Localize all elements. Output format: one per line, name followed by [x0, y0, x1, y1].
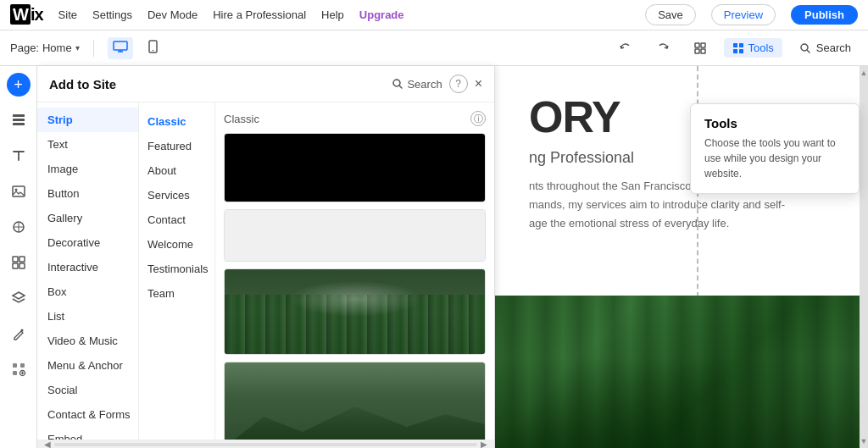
- nav-help[interactable]: Help: [321, 8, 344, 21]
- nav-upgrade[interactable]: Upgrade: [359, 8, 404, 21]
- second-nav: Page: Home ▾ Tools Search: [0, 30, 868, 66]
- svg-point-11: [801, 44, 808, 51]
- sub-team[interactable]: Team: [139, 281, 214, 306]
- nav-divider: [93, 40, 94, 57]
- media-icon-button[interactable]: [3, 176, 34, 207]
- panel-help-button[interactable]: ?: [449, 75, 468, 93]
- undo-button[interactable]: [612, 38, 639, 58]
- category-strip[interactable]: Strip: [37, 108, 138, 132]
- svg-rect-25: [13, 371, 17, 375]
- category-social[interactable]: Social: [37, 378, 138, 402]
- category-list[interactable]: List: [37, 304, 138, 329]
- svg-rect-14: [13, 123, 25, 125]
- text-icon-button[interactable]: [3, 141, 34, 171]
- section-header: Classic ⓘ: [224, 111, 486, 126]
- template-preview-gray: [225, 210, 485, 261]
- sub-welcome[interactable]: Welcome: [139, 232, 214, 257]
- sub-contact[interactable]: Contact: [139, 207, 214, 232]
- svg-rect-15: [13, 186, 25, 196]
- paint-icon-button[interactable]: [3, 318, 34, 349]
- add-element-button[interactable]: +: [7, 73, 31, 97]
- template-preview-black: [225, 134, 485, 202]
- fit-screen-button[interactable]: [687, 38, 714, 58]
- category-menu-anchor[interactable]: Menu & Anchor: [37, 353, 138, 378]
- tools-tooltip-title: Tools: [704, 116, 845, 130]
- nav-settings[interactable]: Settings: [92, 8, 132, 21]
- svg-rect-18: [13, 257, 18, 262]
- sub-classic[interactable]: Classic: [139, 109, 214, 134]
- svg-rect-5: [695, 49, 699, 53]
- template-card-2[interactable]: [224, 209, 486, 262]
- left-sidebar: +: [0, 66, 37, 448]
- categories-list: Strip Text Image Button Gallery Decorati…: [37, 102, 139, 440]
- nav-hire[interactable]: Hire a Professional: [213, 8, 306, 21]
- page-selector[interactable]: Page: Home ▾: [10, 41, 80, 54]
- preview-button[interactable]: Preview: [711, 4, 776, 25]
- sub-about[interactable]: About: [139, 158, 214, 183]
- category-decorative[interactable]: Decorative: [37, 230, 138, 255]
- svg-point-16: [14, 189, 17, 191]
- tools-tooltip-text: Choose the tools you want to use while y…: [704, 136, 845, 181]
- svg-rect-0: [114, 41, 127, 50]
- category-embed[interactable]: Embed: [37, 427, 138, 440]
- panel-search-label: Search: [407, 78, 442, 91]
- sub-featured[interactable]: Featured: [139, 134, 214, 158]
- scroll-up-arrow[interactable]: ▲: [858, 66, 868, 80]
- desktop-view-button[interactable]: [108, 37, 133, 59]
- template-card-1[interactable]: [224, 133, 486, 202]
- panel-scroll-bar[interactable]: ◀ ▶: [37, 440, 494, 448]
- category-contact-forms[interactable]: Contact & Forms: [37, 402, 138, 427]
- mobile-view-button[interactable]: [143, 36, 163, 60]
- canvas-subtitle: ng Professional: [529, 149, 634, 167]
- info-icon[interactable]: ⓘ: [470, 111, 486, 126]
- chevron-down-icon: ▾: [75, 43, 80, 53]
- svg-rect-4: [701, 43, 705, 47]
- svg-point-27: [393, 80, 400, 86]
- canvas-title: ORY: [529, 91, 620, 142]
- svg-rect-20: [13, 263, 18, 268]
- save-button[interactable]: Save: [645, 4, 696, 25]
- scroll-thumb: [54, 443, 477, 446]
- category-text[interactable]: Text: [37, 132, 138, 157]
- category-gallery[interactable]: Gallery: [37, 206, 138, 230]
- sub-testimonials[interactable]: Testimonials: [139, 257, 214, 281]
- redo-button[interactable]: [649, 38, 676, 58]
- layers-icon-button[interactable]: [3, 283, 34, 313]
- svg-rect-23: [13, 363, 17, 368]
- category-image[interactable]: Image: [37, 157, 138, 181]
- search-label: Search: [816, 41, 851, 54]
- panel-search-button[interactable]: Search: [392, 78, 442, 91]
- scroll-down-arrow[interactable]: ▼: [858, 434, 868, 448]
- scroll-left-icon[interactable]: ◀: [44, 440, 51, 448]
- category-video-music[interactable]: Video & Music: [37, 329, 138, 353]
- svg-rect-24: [20, 363, 25, 368]
- category-button[interactable]: Button: [37, 181, 138, 206]
- svg-rect-12: [13, 114, 25, 117]
- nav-site[interactable]: Site: [58, 8, 77, 21]
- svg-rect-3: [695, 43, 699, 47]
- panel-header-actions: Search ? ×: [392, 75, 482, 93]
- svg-rect-8: [739, 43, 743, 47]
- publish-button[interactable]: Publish: [791, 5, 858, 25]
- theme-icon-button[interactable]: [3, 212, 34, 242]
- add-to-site-panel: Add to Site Search ? × Strip Text Image …: [37, 66, 495, 448]
- scroll-right-icon[interactable]: ▶: [481, 440, 487, 448]
- search-button[interactable]: Search: [793, 38, 858, 58]
- panel-close-button[interactable]: ×: [475, 76, 482, 91]
- canvas-forest-image: [495, 296, 868, 448]
- template-preview-mountain: [225, 362, 485, 440]
- page-label: Page:: [10, 41, 39, 54]
- apps-icon-button[interactable]: [3, 354, 34, 384]
- sub-services[interactable]: Services: [139, 183, 214, 207]
- right-scrollbar[interactable]: ▲ ▼: [860, 66, 868, 448]
- template-card-3[interactable]: [224, 268, 486, 355]
- template-card-4[interactable]: [224, 362, 486, 440]
- top-nav: Wix Site Settings Dev Mode Hire a Profes…: [0, 0, 868, 30]
- tools-label: Tools: [748, 41, 773, 54]
- category-interactive[interactable]: Interactive: [37, 255, 138, 279]
- pages-icon-button[interactable]: [3, 105, 34, 136]
- tools-button[interactable]: Tools: [724, 38, 782, 58]
- category-box[interactable]: Box: [37, 279, 138, 304]
- nav-devmode[interactable]: Dev Mode: [147, 8, 198, 21]
- components-icon-button[interactable]: [3, 247, 34, 278]
